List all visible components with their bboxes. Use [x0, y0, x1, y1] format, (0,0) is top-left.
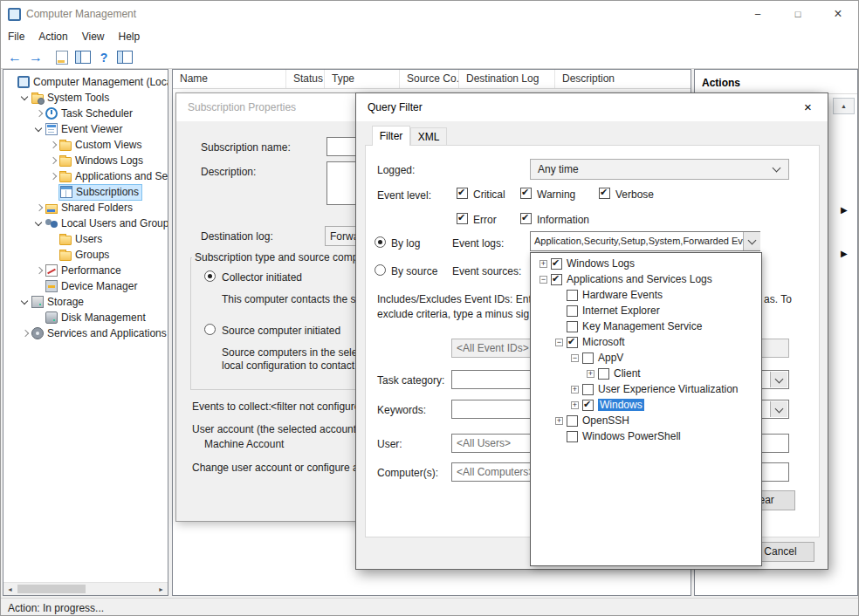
warning-checkbox[interactable] — [520, 188, 532, 199]
tree-item-task-scheduler[interactable]: Task Scheduler — [3, 106, 168, 121]
information-checkbox[interactable] — [520, 213, 532, 224]
menu-file[interactable]: File — [1, 31, 31, 43]
column-header-destination-log[interactable]: Destination Log — [459, 70, 555, 88]
chevron-collapsed-icon[interactable] — [33, 264, 45, 277]
expand-plus-icon[interactable] — [571, 386, 579, 394]
section-collapse-button[interactable]: ▲ — [833, 98, 855, 114]
scroll-left-arrow[interactable]: ◄ — [3, 583, 17, 595]
tab-filter[interactable]: Filter — [372, 126, 410, 146]
minimize-button[interactable]: − — [738, 1, 778, 27]
collector-initiated-radio[interactable] — [204, 270, 216, 282]
chevron-expanded-icon[interactable] — [33, 217, 45, 229]
checkbox-unchecked[interactable] — [582, 352, 594, 364]
expand-plus-icon[interactable] — [555, 417, 563, 425]
tab-xml[interactable]: XML — [410, 127, 447, 146]
tree-item-computer-management[interactable]: Computer Management (Local) — [3, 74, 168, 90]
tree-item-device-manager[interactable]: Device Manager — [3, 278, 168, 294]
collapse-minus-icon[interactable] — [571, 354, 579, 362]
log-item-internet-explorer[interactable]: Internet Explorer — [531, 303, 761, 318]
error-label[interactable]: Error — [473, 214, 497, 226]
collapse-minus-icon[interactable] — [555, 339, 563, 346]
by-log-radio[interactable] — [375, 236, 386, 248]
event-logs-combobox[interactable]: Application,Security,Setup,System,Forwar… — [530, 231, 760, 251]
by-source-label[interactable]: By source — [391, 265, 437, 277]
horizontal-scrollbar[interactable]: ◄ ► — [3, 582, 168, 595]
scrollbar-thumb[interactable] — [17, 585, 86, 593]
log-item-hardware-events[interactable]: Hardware Events — [531, 287, 761, 303]
tree-item-local-users-and-groups[interactable]: Local Users and Groups — [3, 216, 168, 231]
tree-item-groups[interactable]: Groups — [3, 247, 168, 263]
by-log-label[interactable]: By log — [391, 237, 420, 250]
back-button[interactable]: ← — [4, 48, 25, 67]
critical-checkbox[interactable] — [457, 188, 468, 199]
event-logs-dropdown-button[interactable] — [743, 232, 760, 250]
chevron-collapsed-icon[interactable] — [33, 202, 45, 214]
expand-plus-icon[interactable] — [571, 401, 579, 409]
checkbox-unchecked[interactable] — [567, 305, 578, 317]
by-source-radio[interactable] — [375, 264, 386, 276]
show-hide-tree-button[interactable] — [72, 48, 93, 67]
column-header-source-computers[interactable]: Source Co... — [400, 70, 459, 88]
tree-item-custom-views[interactable]: Custom Views — [3, 137, 168, 153]
help-button[interactable]: ? — [93, 48, 114, 67]
checkbox-unchecked[interactable] — [567, 321, 578, 332]
critical-label[interactable]: Critical — [473, 188, 505, 201]
close-button[interactable]: × — [818, 1, 858, 27]
log-item-appv[interactable]: AppV — [531, 350, 761, 366]
tree-item-windows-logs[interactable]: Windows Logs — [3, 153, 168, 168]
column-header-type[interactable]: Type — [325, 70, 400, 88]
source-initiated-radio[interactable] — [204, 324, 216, 335]
chevron-collapsed-icon[interactable] — [47, 154, 59, 167]
menu-view[interactable]: View — [75, 31, 112, 43]
log-item-openssh[interactable]: OpenSSH — [531, 413, 761, 428]
checkbox-checked[interactable] — [551, 274, 562, 285]
checkbox-checked[interactable] — [582, 400, 594, 411]
tree-item-system-tools[interactable]: System Tools — [3, 90, 168, 106]
checkbox-checked[interactable] — [551, 258, 562, 270]
chevron-collapsed-icon[interactable] — [47, 170, 59, 182]
logged-combobox[interactable]: Any time — [530, 159, 789, 180]
log-item-client[interactable]: Client — [531, 366, 761, 381]
checkbox-unchecked[interactable] — [567, 431, 578, 442]
checkbox-unchecked[interactable] — [582, 384, 594, 395]
log-item-windows[interactable]: Windows — [531, 397, 761, 413]
chevron-collapsed-icon[interactable] — [33, 107, 45, 120]
verbose-checkbox[interactable] — [599, 188, 610, 199]
tree-item-subscriptions[interactable]: Subscriptions — [3, 184, 168, 200]
log-item-applications-and-services-logs[interactable]: Applications and Services Logs — [531, 271, 761, 287]
dialog-close-button[interactable]: × — [788, 93, 828, 120]
more-actions-arrow-icon[interactable]: ▶ — [841, 249, 848, 258]
chevron-expanded-icon[interactable] — [19, 296, 31, 308]
error-checkbox[interactable] — [457, 213, 468, 224]
tree-item-event-viewer[interactable]: Event Viewer — [3, 121, 168, 137]
warning-label[interactable]: Warning — [537, 188, 575, 201]
chevron-collapsed-icon[interactable] — [19, 327, 31, 339]
checkbox-unchecked[interactable] — [567, 290, 578, 301]
tree-item-storage[interactable]: Storage — [3, 294, 168, 310]
checkbox-unchecked[interactable] — [598, 368, 609, 380]
expand-plus-icon[interactable] — [587, 370, 594, 378]
scroll-right-arrow[interactable]: ► — [155, 583, 168, 595]
expand-plus-icon[interactable] — [539, 260, 547, 268]
column-header-name[interactable]: Name — [173, 70, 286, 88]
verbose-label[interactable]: Verbose — [615, 188, 654, 201]
tree-item-services-and-applications[interactable]: Services and Applications — [3, 325, 168, 341]
chevron-collapsed-icon[interactable] — [47, 139, 59, 151]
log-item-microsoft[interactable]: Microsoft — [531, 334, 761, 350]
tree-item-applications-and-services-logs[interactable]: Applications and Services Logs — [3, 168, 168, 184]
task-category-dropdown-button[interactable] — [770, 372, 787, 387]
chevron-expanded-icon[interactable] — [19, 92, 31, 104]
checkbox-unchecked[interactable] — [567, 415, 578, 427]
tree-item-disk-management[interactable]: Disk Management — [3, 310, 168, 325]
column-header-status[interactable]: Status — [286, 70, 325, 88]
source-initiated-label[interactable]: Source computer initiated — [222, 325, 340, 337]
more-actions-arrow-icon[interactable]: ▶ — [841, 205, 848, 215]
log-item-windows-powershell[interactable]: Windows PowerShell — [531, 428, 761, 444]
collector-initiated-label[interactable]: Collector initiated — [222, 271, 302, 284]
menu-help[interactable]: Help — [112, 31, 148, 43]
maximize-button[interactable]: □ — [778, 1, 818, 27]
menu-action[interactable]: Action — [31, 31, 74, 43]
tree-item-performance[interactable]: Performance — [3, 263, 168, 278]
tree-item-shared-folders[interactable]: Shared Folders — [3, 200, 168, 216]
export-button[interactable] — [52, 48, 72, 67]
